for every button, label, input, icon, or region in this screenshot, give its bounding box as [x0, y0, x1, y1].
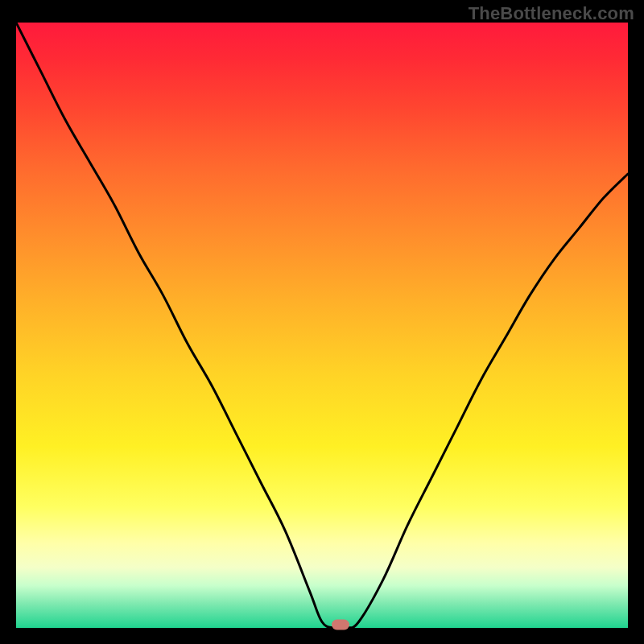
- optimum-marker: [332, 620, 349, 630]
- curve-path: [16, 23, 628, 628]
- bottleneck-curve: [16, 23, 628, 628]
- watermark-text: TheBottleneck.com: [469, 3, 634, 24]
- plot-area: [16, 23, 628, 628]
- chart-frame: TheBottleneck.com: [0, 0, 644, 644]
